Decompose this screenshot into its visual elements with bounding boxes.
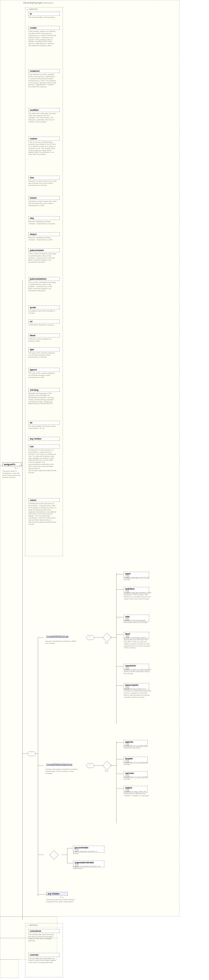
- attr-desc: A URI which identifies a concept.: [28, 324, 54, 326]
- desc: A natural language name for the concept.: [124, 576, 152, 581]
- attr-qcode[interactable]: qcode: [28, 305, 60, 309]
- desc: Represents the position of a concept in …: [124, 688, 152, 698]
- attr-any---other[interactable]: any ##other: [28, 437, 60, 441]
- attr-desc: The local identifier of the property.: [28, 16, 55, 19]
- attr-desc: Why the metadata has been included - exp…: [28, 221, 57, 225]
- desc: A group of properties specific to an org…: [73, 865, 103, 870]
- attr-desc: The type of the concept assigned as cont…: [28, 372, 57, 379]
- attr-how[interactable]: how: [28, 176, 60, 180]
- group-cdg-desc: A group of properties required to define…: [45, 640, 78, 644]
- attr-whyuri[interactable]: whyuri: [28, 232, 60, 236]
- attr-desc: If set to true the corresponding propert…: [28, 141, 57, 156]
- attr-desc: Indicates by which means the value was e…: [28, 200, 57, 207]
- attr-dir[interactable]: dir: [28, 421, 60, 425]
- desc-assignedTo: The party which is assigned to cover the…: [2, 470, 23, 479]
- attr-desc: A free-text value assigned as property v…: [28, 338, 57, 342]
- attr-creatoruri[interactable]: creatoruri: [28, 69, 60, 73]
- desc: Additional natural language information …: [124, 619, 152, 624]
- attr-header-bottom: attributes: [26, 923, 62, 927]
- attr-desc: A refinement of the semantics of the pro…: [28, 449, 57, 474]
- attr-desc: If the attribute is empty, specifies whi…: [28, 73, 57, 88]
- attr-creator[interactable]: creator: [28, 26, 60, 30]
- desc: A natural language definition of the sem…: [124, 592, 152, 600]
- attr-role[interactable]: role: [28, 445, 60, 449]
- attr-howuri[interactable]: howuri: [28, 196, 60, 200]
- occurrence: 0..∞: [105, 642, 108, 644]
- sequence-crg: [86, 763, 94, 768]
- desc: A related concept, where the relationshi…: [124, 791, 152, 797]
- attr-desc: The end date (and optionally, the time) …: [28, 958, 57, 964]
- attr-desc: One or many constraints that apply to pu…: [28, 282, 57, 291]
- attr-desc: If the property value is not defined, sp…: [28, 30, 57, 47]
- attr-pubconstraint[interactable]: pubconstraint: [28, 248, 60, 252]
- attr-desc: A refinement of the semantics of the pro…: [28, 503, 57, 525]
- choice-tail-box: [0, 959, 19, 978]
- attr-roleuri[interactable]: roleuri: [28, 498, 60, 502]
- attr-typeuri[interactable]: typeuri: [28, 368, 60, 372]
- attr-desc: The type of the concept assigned as cont…: [28, 352, 57, 358]
- attr-header: attributes: [26, 8, 62, 11]
- sequence-main: [28, 751, 35, 756]
- attr-desc: The date (and, optionally, the time) whe…: [28, 113, 57, 123]
- attr-custom[interactable]: custom: [28, 137, 60, 140]
- attr-desc: A qualified code which identifies a conc…: [28, 310, 57, 314]
- attr-desc: Specifies the language of this property …: [28, 393, 57, 405]
- type-title: Flex1PartyPropType (extension): [23, 2, 53, 4]
- attr-coversfrom[interactable]: coversfrom: [28, 929, 60, 933]
- desc: An identifier of a concept with equivale…: [124, 745, 152, 749]
- attr-id[interactable]: id: [28, 12, 60, 16]
- attr-xml-lang[interactable]: xml:lang: [28, 388, 60, 392]
- attr-desc: One or many constraints that apply to pu…: [28, 253, 57, 263]
- group-cdg-label[interactable]: ConceptDefinitionGroup: [46, 635, 69, 637]
- attr-pubconstrainturi[interactable]: pubconstrainturi: [28, 277, 60, 281]
- attr-desc: The directionality of textual content (e…: [28, 425, 57, 430]
- attr-type[interactable]: type: [28, 347, 60, 352]
- desc: A set of properties specific to a person: [73, 851, 103, 854]
- occurrence: 0..∞: [60, 896, 64, 898]
- occurrence: 0..∞: [105, 770, 108, 772]
- attr-uri[interactable]: uri: [28, 320, 60, 323]
- desc: In NAR 1.8 and later, facet is deprecate…: [124, 636, 152, 649]
- element-any-other[interactable]: any ##other: [46, 892, 68, 896]
- attr-desc: Why the metadata has been included - exp…: [28, 237, 57, 241]
- attr-desc: The starting date (and optionally, the t…: [28, 934, 57, 942]
- sequence-cdg: [86, 635, 94, 640]
- attr-modified[interactable]: modified: [28, 108, 60, 112]
- occurrence: 0..∞: [15, 467, 18, 469]
- attr-why[interactable]: why: [28, 216, 60, 220]
- group-crg-label[interactable]: ConceptRelationshipsGroup: [46, 763, 72, 765]
- desc: An identifier of a more specific concept…: [124, 776, 152, 780]
- element-assignedTo[interactable]: assignedTo: [2, 463, 22, 466]
- attr-desc: Indicates by which means the value was e…: [28, 180, 57, 186]
- attr-coversto[interactable]: coversto: [28, 953, 60, 957]
- attr-literal[interactable]: literal: [28, 334, 60, 337]
- desc: A link to an item or a web resource whic…: [124, 668, 152, 675]
- group-crg-desc: A group of properties required to indica…: [45, 768, 78, 775]
- desc-any-other: Extension point for provider-defined pro…: [46, 899, 76, 903]
- desc: An identifier of a more generic concept.: [124, 761, 152, 765]
